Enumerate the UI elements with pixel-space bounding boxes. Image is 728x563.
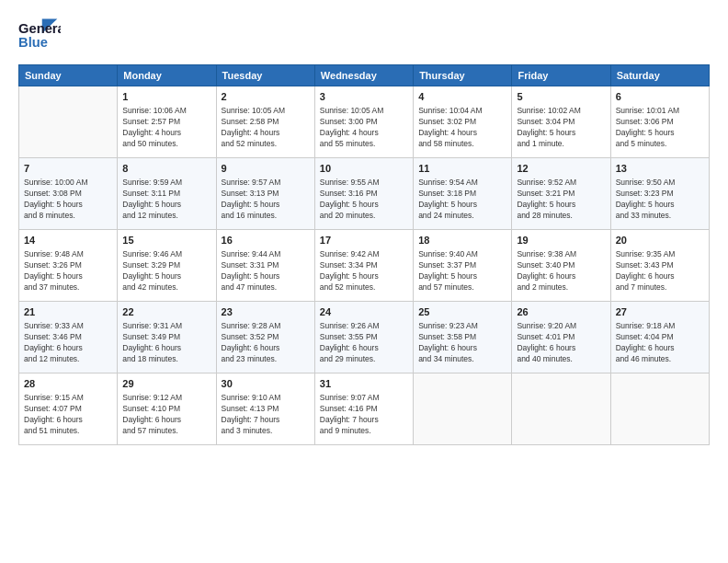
day-number: 6 <box>616 90 704 104</box>
day-number: 27 <box>616 305 704 319</box>
day-info: Sunrise: 9:46 AM Sunset: 3:29 PM Dayligh… <box>122 249 210 293</box>
day-info: Sunrise: 9:57 AM Sunset: 3:13 PM Dayligh… <box>222 178 310 222</box>
calendar-cell: 19Sunrise: 9:38 AM Sunset: 3:40 PM Dayli… <box>512 230 610 302</box>
day-number: 17 <box>320 234 408 247</box>
day-info: Sunrise: 9:26 AM Sunset: 3:55 PM Dayligh… <box>320 321 408 365</box>
day-number: 7 <box>24 162 112 176</box>
day-info: Sunrise: 9:20 AM Sunset: 4:01 PM Dayligh… <box>517 321 605 365</box>
day-number: 11 <box>418 162 506 176</box>
day-info: Sunrise: 9:52 AM Sunset: 3:21 PM Dayligh… <box>517 178 605 222</box>
calendar-cell: 31Sunrise: 9:07 AM Sunset: 4:16 PM Dayli… <box>314 373 413 445</box>
day-number: 5 <box>517 90 605 104</box>
day-number: 16 <box>222 234 310 247</box>
day-number: 20 <box>616 234 704 247</box>
day-number: 1 <box>122 90 210 104</box>
day-number: 25 <box>418 305 506 319</box>
calendar-cell: 11Sunrise: 9:54 AM Sunset: 3:18 PM Dayli… <box>414 158 512 230</box>
day-info: Sunrise: 10:05 AM Sunset: 2:58 PM Daylig… <box>222 106 310 150</box>
day-number: 12 <box>517 162 605 176</box>
day-number: 2 <box>222 90 310 104</box>
calendar-cell <box>610 373 709 445</box>
calendar-cell: 12Sunrise: 9:52 AM Sunset: 3:21 PM Dayli… <box>512 158 610 230</box>
day-info: Sunrise: 9:15 AM Sunset: 4:07 PM Dayligh… <box>24 393 112 437</box>
day-info: Sunrise: 10:01 AM Sunset: 3:06 PM Daylig… <box>616 106 704 150</box>
day-number: 24 <box>320 305 408 319</box>
day-info: Sunrise: 9:38 AM Sunset: 3:40 PM Dayligh… <box>517 249 605 293</box>
calendar-cell: 3Sunrise: 10:05 AM Sunset: 3:00 PM Dayli… <box>314 86 413 158</box>
day-info: Sunrise: 9:28 AM Sunset: 3:52 PM Dayligh… <box>222 321 310 365</box>
day-number: 19 <box>517 234 605 247</box>
day-info: Sunrise: 9:23 AM Sunset: 3:58 PM Dayligh… <box>418 321 506 365</box>
calendar-cell <box>414 373 512 445</box>
calendar-cell <box>19 86 118 158</box>
svg-text:Blue: Blue <box>18 35 48 50</box>
calendar-cell: 6Sunrise: 10:01 AM Sunset: 3:06 PM Dayli… <box>610 86 709 158</box>
day-info: Sunrise: 9:18 AM Sunset: 4:04 PM Dayligh… <box>616 321 704 365</box>
day-info: Sunrise: 9:33 AM Sunset: 3:46 PM Dayligh… <box>24 321 112 365</box>
calendar-cell: 30Sunrise: 9:10 AM Sunset: 4:13 PM Dayli… <box>216 373 314 445</box>
calendar-cell: 18Sunrise: 9:40 AM Sunset: 3:37 PM Dayli… <box>414 230 512 302</box>
calendar-cell: 2Sunrise: 10:05 AM Sunset: 2:58 PM Dayli… <box>216 86 314 158</box>
logo: GeneralBlue <box>18 15 61 57</box>
calendar-cell: 23Sunrise: 9:28 AM Sunset: 3:52 PM Dayli… <box>216 302 314 373</box>
day-info: Sunrise: 9:59 AM Sunset: 3:11 PM Dayligh… <box>122 178 210 222</box>
weekday-wednesday: Wednesday <box>314 65 413 86</box>
day-number: 14 <box>24 234 112 247</box>
weekday-tuesday: Tuesday <box>216 65 314 86</box>
day-info: Sunrise: 9:55 AM Sunset: 3:16 PM Dayligh… <box>320 178 408 222</box>
day-info: Sunrise: 9:10 AM Sunset: 4:13 PM Dayligh… <box>222 393 310 437</box>
day-info: Sunrise: 10:04 AM Sunset: 3:02 PM Daylig… <box>418 106 506 150</box>
day-info: Sunrise: 10:02 AM Sunset: 3:04 PM Daylig… <box>517 106 605 150</box>
day-number: 28 <box>24 377 112 391</box>
day-number: 13 <box>616 162 704 176</box>
calendar-cell: 27Sunrise: 9:18 AM Sunset: 4:04 PM Dayli… <box>610 302 709 373</box>
calendar-cell: 22Sunrise: 9:31 AM Sunset: 3:49 PM Dayli… <box>118 302 216 373</box>
calendar-table: SundayMondayTuesdayWednesdayThursdayFrid… <box>18 64 710 445</box>
calendar-cell: 9Sunrise: 9:57 AM Sunset: 3:13 PM Daylig… <box>216 158 314 230</box>
day-info: Sunrise: 10:05 AM Sunset: 3:00 PM Daylig… <box>320 106 408 150</box>
day-number: 15 <box>122 234 210 247</box>
weekday-sunday: Sunday <box>19 65 118 86</box>
calendar-week-1: 1Sunrise: 10:06 AM Sunset: 2:57 PM Dayli… <box>19 86 710 158</box>
calendar-cell: 14Sunrise: 9:48 AM Sunset: 3:26 PM Dayli… <box>19 230 118 302</box>
calendar-cell: 15Sunrise: 9:46 AM Sunset: 3:29 PM Dayli… <box>118 230 216 302</box>
header: GeneralBlue <box>18 15 710 57</box>
day-number: 22 <box>122 305 210 319</box>
day-number: 30 <box>222 377 310 391</box>
weekday-monday: Monday <box>118 65 216 86</box>
calendar-week-3: 14Sunrise: 9:48 AM Sunset: 3:26 PM Dayli… <box>19 230 710 302</box>
svg-text:General: General <box>18 21 61 36</box>
weekday-saturday: Saturday <box>610 65 709 86</box>
day-number: 10 <box>320 162 408 176</box>
day-info: Sunrise: 9:35 AM Sunset: 3:43 PM Dayligh… <box>616 249 704 293</box>
calendar-header: SundayMondayTuesdayWednesdayThursdayFrid… <box>19 65 710 86</box>
day-info: Sunrise: 9:48 AM Sunset: 3:26 PM Dayligh… <box>24 249 112 293</box>
day-number: 23 <box>222 305 310 319</box>
calendar-cell: 20Sunrise: 9:35 AM Sunset: 3:43 PM Dayli… <box>610 230 709 302</box>
day-info: Sunrise: 10:00 AM Sunset: 3:08 PM Daylig… <box>24 178 112 222</box>
calendar-week-2: 7Sunrise: 10:00 AM Sunset: 3:08 PM Dayli… <box>19 158 710 230</box>
calendar-cell: 13Sunrise: 9:50 AM Sunset: 3:23 PM Dayli… <box>610 158 709 230</box>
calendar-cell: 8Sunrise: 9:59 AM Sunset: 3:11 PM Daylig… <box>118 158 216 230</box>
day-info: Sunrise: 9:40 AM Sunset: 3:37 PM Dayligh… <box>418 249 506 293</box>
calendar-cell: 10Sunrise: 9:55 AM Sunset: 3:16 PM Dayli… <box>314 158 413 230</box>
calendar-week-5: 28Sunrise: 9:15 AM Sunset: 4:07 PM Dayli… <box>19 373 710 445</box>
calendar-cell: 17Sunrise: 9:42 AM Sunset: 3:34 PM Dayli… <box>314 230 413 302</box>
day-info: Sunrise: 9:54 AM Sunset: 3:18 PM Dayligh… <box>418 178 506 222</box>
day-info: Sunrise: 9:31 AM Sunset: 3:49 PM Dayligh… <box>122 321 210 365</box>
calendar-cell: 26Sunrise: 9:20 AM Sunset: 4:01 PM Dayli… <box>512 302 610 373</box>
day-number: 8 <box>122 162 210 176</box>
day-number: 18 <box>418 234 506 247</box>
calendar-body: 1Sunrise: 10:06 AM Sunset: 2:57 PM Dayli… <box>19 86 710 445</box>
calendar-cell: 7Sunrise: 10:00 AM Sunset: 3:08 PM Dayli… <box>19 158 118 230</box>
weekday-friday: Friday <box>512 65 610 86</box>
calendar-cell: 24Sunrise: 9:26 AM Sunset: 3:55 PM Dayli… <box>314 302 413 373</box>
day-info: Sunrise: 9:42 AM Sunset: 3:34 PM Dayligh… <box>320 249 408 293</box>
calendar-cell: 4Sunrise: 10:04 AM Sunset: 3:02 PM Dayli… <box>414 86 512 158</box>
weekday-header-row: SundayMondayTuesdayWednesdayThursdayFrid… <box>19 65 710 86</box>
calendar-week-4: 21Sunrise: 9:33 AM Sunset: 3:46 PM Dayli… <box>19 302 710 373</box>
day-info: Sunrise: 9:07 AM Sunset: 4:16 PM Dayligh… <box>320 393 408 437</box>
day-info: Sunrise: 9:50 AM Sunset: 3:23 PM Dayligh… <box>616 178 704 222</box>
day-number: 21 <box>24 305 112 319</box>
calendar-cell: 16Sunrise: 9:44 AM Sunset: 3:31 PM Dayli… <box>216 230 314 302</box>
